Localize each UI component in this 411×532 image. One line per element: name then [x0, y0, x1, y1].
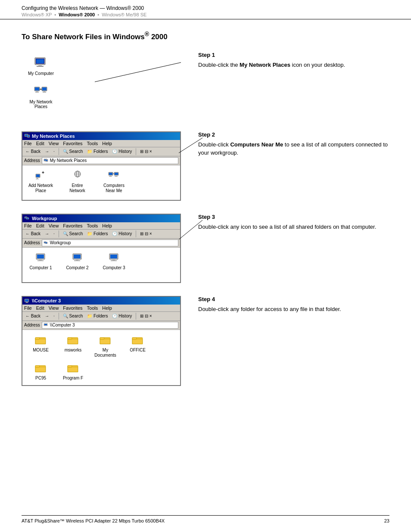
- svg-rect-3: [37, 66, 44, 67]
- toolbar-2: ← Back → · 🔍 Search 📁 Folders 🕐 History …: [22, 147, 180, 156]
- svg-rect-75: [68, 339, 78, 344]
- svg-rect-73: [35, 337, 40, 339]
- menu-help-4[interactable]: Help: [102, 305, 112, 311]
- my-documents-folder-icon[interactable]: MyDocuments: [91, 334, 119, 358]
- step2-image: My Network Places File Edit View Favorit…: [22, 131, 185, 201]
- sep1-4: [59, 313, 59, 320]
- menu-help-3[interactable]: Help: [102, 223, 112, 228]
- svg-rect-25: [37, 178, 38, 179]
- sep2-3: [136, 230, 136, 237]
- icons-btn-2[interactable]: ⊞ ⊟ ×: [139, 149, 153, 154]
- svg-rect-38: [115, 173, 118, 175]
- svg-rect-85: [35, 365, 40, 367]
- my-documents-folder-label: MyDocuments: [94, 348, 116, 358]
- search-btn-2[interactable]: 🔍 Search: [62, 149, 84, 154]
- back-btn-4[interactable]: ← Back: [24, 313, 42, 319]
- svg-rect-8: [35, 92, 39, 93]
- my-network-places-icon[interactable]: My NetworkPlaces: [26, 84, 56, 109]
- menu-favorites-3[interactable]: Favorites: [63, 223, 82, 228]
- up-btn-4[interactable]: ·: [52, 313, 56, 319]
- search-btn-3[interactable]: 🔍 Search: [62, 231, 84, 236]
- folders-btn-4[interactable]: 📁 Folders: [86, 313, 109, 319]
- svg-rect-84: [35, 367, 46, 372]
- add-network-place-icon[interactable]: + Add NetworkPlace: [27, 170, 55, 196]
- svg-rect-87: [68, 367, 78, 372]
- office-folder-icon[interactable]: OFFICE: [124, 334, 152, 358]
- search-btn-4[interactable]: 🔍 Search: [62, 313, 84, 319]
- svg-rect-67: [26, 302, 28, 303]
- menu-edit-2[interactable]: Edit: [36, 141, 44, 146]
- entire-network-icon-img: [72, 170, 84, 182]
- address-input-2[interactable]: My Network Places: [42, 157, 178, 164]
- titlebar-icon-4: [24, 298, 30, 304]
- folders-btn-3[interactable]: 📁 Folders: [86, 231, 109, 236]
- menu-help-2[interactable]: Help: [102, 141, 112, 146]
- menu-file-2[interactable]: File: [24, 141, 32, 146]
- window-content-3: Computer 1 Computer 2: [22, 248, 180, 282]
- header-title: Configuring the Wireless Network — Windo…: [22, 5, 389, 11]
- my-computer-label: My Computer: [28, 71, 54, 76]
- menu-tools-3[interactable]: Tools: [87, 223, 98, 228]
- programf-folder-label: Program F: [63, 376, 83, 381]
- forward-btn-2[interactable]: →: [44, 149, 50, 154]
- svg-rect-11: [44, 91, 45, 92]
- icons-btn-4[interactable]: ⊞ ⊟ ×: [139, 313, 153, 319]
- forward-btn-3[interactable]: →: [44, 231, 50, 236]
- up-btn-2[interactable]: ·: [52, 149, 56, 154]
- address-label-2: Address: [24, 158, 40, 163]
- history-btn-3[interactable]: 🕐 History: [111, 231, 133, 236]
- pc95-folder-icon[interactable]: PC95: [27, 362, 55, 381]
- workgroup-window: Workgroup File Edit View Favorites Tools…: [22, 214, 181, 283]
- menu-view-2[interactable]: View: [49, 141, 59, 146]
- back-btn-2[interactable]: ← Back: [24, 149, 42, 154]
- address-icon-2: [44, 158, 49, 163]
- computer1-icon[interactable]: Computer 1: [27, 252, 55, 278]
- svg-rect-34: [109, 173, 112, 175]
- folders-btn-2[interactable]: 📁 Folders: [86, 149, 109, 154]
- step1-image: My Computer: [22, 52, 185, 118]
- programf-folder-icon[interactable]: Program F: [59, 362, 87, 381]
- computers-near-me-icon[interactable]: ComputersNear Me: [100, 170, 128, 196]
- history-btn-4[interactable]: 🕐 History: [111, 313, 133, 319]
- svg-rect-46: [27, 218, 28, 219]
- address-bar-4: Address \\Computer 3: [22, 321, 180, 330]
- address-input-3[interactable]: Workgroup: [42, 240, 178, 246]
- step3-text: Double-click any icon to see a list of a…: [198, 223, 389, 231]
- svg-rect-76: [68, 337, 72, 339]
- my-computer-icon[interactable]: My Computer: [26, 56, 56, 76]
- history-btn-2[interactable]: 🕐 History: [111, 149, 133, 154]
- menu-file-3[interactable]: File: [24, 223, 32, 228]
- msworks-folder-icon[interactable]: msworks: [59, 334, 87, 358]
- computer2-icon[interactable]: Computer 2: [63, 252, 91, 278]
- entire-network-icon[interactable]: EntireNetwork: [63, 170, 91, 196]
- titlebar-icon-3: [24, 215, 30, 221]
- menu-tools-2[interactable]: Tools: [87, 141, 98, 146]
- my-computer-icon-img: [34, 56, 48, 70]
- svg-rect-70: [44, 324, 47, 325]
- menu-view-4[interactable]: View: [49, 305, 59, 311]
- step1-text: Double-click the My Network Places icon …: [198, 61, 389, 69]
- back-btn-3[interactable]: ← Back: [24, 231, 42, 236]
- up-btn-3[interactable]: ·: [52, 231, 56, 236]
- icons-btn-3[interactable]: ⊞ ⊟ ×: [139, 231, 153, 236]
- step1-label: Step 1: [198, 52, 389, 58]
- step2-text: Double-click Computers Near Me to see a …: [198, 140, 389, 157]
- menu-tools-4[interactable]: Tools: [87, 305, 98, 311]
- svg-rect-51: [46, 242, 47, 243]
- sep1-3: [59, 230, 59, 237]
- step4-image: \\Computer 3 File Edit View Favorites To…: [22, 296, 185, 386]
- menu-edit-3[interactable]: Edit: [36, 223, 44, 228]
- computer3-icon[interactable]: Computer 3: [100, 252, 128, 278]
- msworks-folder-img: [67, 334, 79, 346]
- forward-btn-4[interactable]: →: [44, 313, 50, 319]
- menu-favorites-2[interactable]: Favorites: [63, 141, 82, 146]
- menu-favorites-4[interactable]: Favorites: [63, 305, 82, 311]
- menu-file-4[interactable]: File: [24, 305, 32, 311]
- menu-view-3[interactable]: View: [49, 223, 59, 228]
- menu-edit-4[interactable]: Edit: [36, 305, 44, 311]
- step4-description: Step 4 Double-click any folder for acces…: [198, 296, 389, 314]
- address-input-4[interactable]: \\Computer 3: [42, 322, 178, 329]
- svg-rect-68: [25, 302, 28, 303]
- svg-rect-10: [42, 87, 47, 90]
- mouse-folder-icon[interactable]: MOUSE: [27, 334, 55, 358]
